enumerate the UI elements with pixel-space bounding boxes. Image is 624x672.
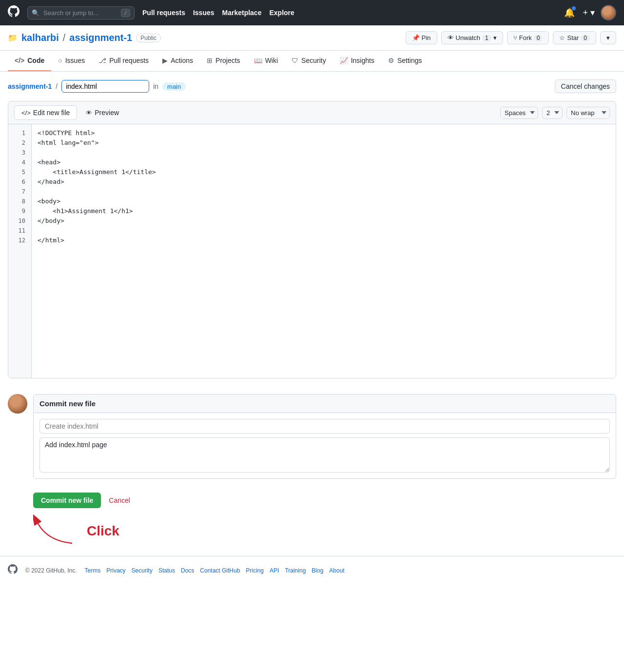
cancel-changes-button[interactable]: Cancel changes [555, 79, 616, 93]
topnav-links: Pull requests Issues Marketplace Explore [142, 9, 294, 17]
edit-tab-label: Edit new file [33, 109, 70, 117]
file-path-bar: assignment-1 / in main Cancel changes [0, 72, 624, 101]
commit-box: Commit new file Add index.html page [33, 394, 616, 479]
filename-input[interactable] [61, 80, 149, 93]
code-icon: </> [15, 57, 24, 64]
footer-link-api[interactable]: API [270, 567, 279, 574]
tab-insights[interactable]: 📈 Insights [333, 51, 381, 71]
tab-pull-requests[interactable]: ⎇ Pull requests [92, 51, 156, 71]
preview-tab[interactable]: 👁 Preview [79, 106, 126, 119]
tab-security-label: Security [301, 57, 326, 64]
tab-pr-label: Pull requests [109, 57, 149, 64]
security-icon: 🛡 [292, 57, 298, 64]
code-textarea[interactable]: <!DOCTYPE html> <html lang="en"> <head> … [32, 124, 616, 378]
topnav-issues[interactable]: Issues [193, 9, 214, 17]
commit-box-body: Add index.html page [34, 413, 616, 478]
search-shortcut: / [121, 9, 130, 17]
projects-icon: ⊞ [207, 57, 213, 64]
topnav-explore[interactable]: Explore [269, 9, 294, 17]
topnav-pull-requests[interactable]: Pull requests [142, 9, 185, 17]
unwatch-button[interactable]: 👁 Unwatch 1 ▾ [441, 31, 503, 44]
unwatch-dropdown-icon: ▾ [493, 34, 497, 41]
fork-label: Fork [519, 34, 532, 41]
topnav-marketplace[interactable]: Marketplace [222, 9, 262, 17]
repo-name-link[interactable]: assignment-1 [69, 32, 132, 43]
footer-link-blog[interactable]: Blog [312, 567, 323, 574]
repo-header: 📁 kalharbi / assignment-1 Public 📌 Pin 👁… [0, 25, 624, 51]
fork-icon: ⑂ [513, 34, 517, 41]
pin-button[interactable]: 📌 Pin [406, 31, 437, 44]
star-count: 0 [581, 35, 590, 41]
repo-more-button[interactable]: ▾ [600, 31, 616, 44]
tab-security[interactable]: 🛡 Security [285, 51, 333, 71]
arrow-svg [33, 514, 92, 548]
pr-icon: ⎇ [98, 57, 106, 64]
footer-links: Terms Privacy Security Status Docs Conta… [85, 567, 345, 574]
top-navigation: 🔍 Search or jump to... / Pull requests I… [0, 0, 624, 25]
page-footer: © 2022 GitHub, Inc. Terms Privacy Securi… [0, 556, 624, 585]
tab-actions[interactable]: ▶ Actions [156, 51, 200, 71]
repo-title: 📁 kalharbi / assignment-1 Public [8, 32, 161, 43]
actions-icon: ▶ [162, 57, 168, 64]
footer-link-contact[interactable]: Contact GitHub [200, 567, 240, 574]
unwatch-count: 1 [482, 35, 491, 41]
star-label: Star [567, 34, 579, 41]
footer-link-privacy[interactable]: Privacy [106, 567, 125, 574]
tab-projects[interactable]: ⊞ Projects [200, 51, 247, 71]
insights-icon: 📈 [340, 57, 348, 64]
indent-mode-select[interactable]: Spaces Tabs [500, 107, 538, 119]
footer-link-terms[interactable]: Terms [85, 567, 101, 574]
tab-issues[interactable]: ○ Issues [51, 51, 92, 71]
footer-link-docs[interactable]: Docs [181, 567, 194, 574]
search-bar[interactable]: 🔍 Search or jump to... / [27, 6, 135, 20]
pin-label: Pin [422, 34, 431, 41]
add-menu-button[interactable]: + ▾ [581, 5, 597, 20]
line-wrap-select[interactable]: No wrap Soft wrap [566, 107, 610, 119]
branch-badge: main [162, 82, 186, 91]
commit-message-input[interactable] [39, 419, 610, 434]
github-logo[interactable] [8, 5, 20, 20]
notifications-button[interactable]: 🔔 [562, 5, 577, 20]
tab-wiki[interactable]: 📖 Wiki [247, 51, 285, 71]
star-button[interactable]: ☆ Star 0 [553, 31, 596, 44]
footer-link-status[interactable]: Status [158, 567, 175, 574]
line-numbers: 1 2 3 4 5 6 7 8 9 10 11 12 [8, 124, 32, 378]
commit-user-avatar [8, 394, 27, 414]
code-editor: 1 2 3 4 5 6 7 8 9 10 11 12 <!DOCTYPE htm… [8, 124, 616, 378]
repo-owner-link[interactable]: kalharbi [21, 32, 59, 43]
click-label: Click [87, 523, 119, 539]
breadcrumb-repo-link[interactable]: assignment-1 [8, 82, 52, 90]
footer-link-pricing[interactable]: Pricing [246, 567, 264, 574]
editor-container: </> Edit new file 👁 Preview Spaces Tabs … [8, 101, 616, 378]
tab-issues-label: Issues [65, 57, 85, 64]
footer-logo [8, 564, 18, 577]
tab-wiki-label: Wiki [265, 57, 278, 64]
editor-settings: Spaces Tabs 2 4 8 No wrap Soft wrap [500, 107, 610, 119]
unwatch-label: Unwatch [456, 34, 481, 41]
tab-settings[interactable]: ⚙ Settings [381, 51, 429, 71]
commit-actions: Commit new file Cancel [0, 487, 624, 514]
pin-icon: 📌 [412, 34, 420, 41]
commit-description-textarea[interactable]: Add index.html page [39, 437, 610, 473]
commit-new-file-button[interactable]: Commit new file [33, 493, 101, 508]
indent-size-select[interactable]: 2 4 8 [542, 107, 563, 119]
topnav-actions: 🔔 + ▾ [562, 5, 616, 20]
footer-link-training[interactable]: Training [285, 567, 306, 574]
issues-icon: ○ [58, 57, 62, 64]
eye-icon: 👁 [448, 34, 454, 41]
tab-code[interactable]: </> Code [8, 51, 51, 71]
preview-icon: 👁 [86, 109, 92, 117]
edit-icon: </> [21, 109, 31, 117]
fork-button[interactable]: ⑂ Fork 0 [507, 31, 549, 44]
user-avatar-menu[interactable] [601, 5, 616, 20]
repo-actions: 📌 Pin 👁 Unwatch 1 ▾ ⑂ Fork 0 ☆ Star 0 ▾ [406, 31, 616, 44]
editor-toolbar: </> Edit new file 👁 Preview Spaces Tabs … [8, 101, 616, 124]
filepath-in-text: in [153, 82, 158, 90]
commit-section: Commit new file Add index.html page [0, 386, 624, 487]
footer-link-security[interactable]: Security [132, 567, 153, 574]
wiki-icon: 📖 [254, 57, 262, 64]
footer-link-about[interactable]: About [329, 567, 344, 574]
commit-cancel-button[interactable]: Cancel [105, 493, 134, 508]
edit-tab[interactable]: </> Edit new file [14, 105, 77, 120]
fork-count: 0 [534, 35, 543, 41]
